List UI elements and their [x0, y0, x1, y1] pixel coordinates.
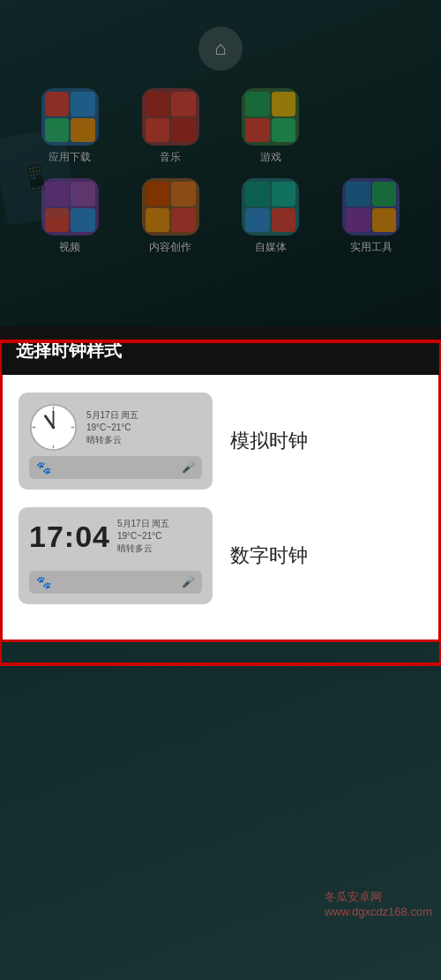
- dialog-title: 选择时钟样式: [16, 340, 122, 360]
- analog-weather: 晴转多云: [86, 434, 138, 446]
- dialog-body: 5月17日 周五 19°C~21°C 晴转多云 🐾 🎤 模拟时钟 17:04: [0, 375, 441, 642]
- digital-clock-preview: 17:04 5月17日 周五 19°C~21°C 晴转多云 🐾 🎤: [19, 507, 213, 604]
- paw-icon-2: 🐾: [36, 575, 51, 589]
- digital-time-display: 17:04: [29, 520, 110, 554]
- paw-icon: 🐾: [36, 460, 51, 475]
- analog-date: 5月17日 周五: [86, 409, 138, 422]
- mic-icon: 🎤: [182, 461, 195, 474]
- analog-clock-label: 模拟时钟: [230, 428, 308, 454]
- digital-clock-label: 数字时钟: [230, 542, 308, 569]
- digital-clock-option[interactable]: 17:04 5月17日 周五 19°C~21°C 晴转多云 🐾 🎤 数字时钟: [19, 507, 422, 604]
- digital-temp: 19°C~21°C: [117, 530, 169, 542]
- mic-icon-2: 🎤: [182, 576, 195, 588]
- analog-clock-preview: 5月17日 周五 19°C~21°C 晴转多云 🐾 🎤: [19, 393, 213, 490]
- analog-temp: 19°C~21°C: [86, 422, 138, 434]
- digital-date: 5月17日 周五: [117, 518, 169, 530]
- watermark: 冬瓜安卓网 www.dgxcdz168.com: [325, 889, 432, 918]
- analog-clock-face: [29, 403, 78, 452]
- watermark-text: 冬瓜安卓网: [325, 889, 432, 905]
- analog-clock-option[interactable]: 5月17日 周五 19°C~21°C 晴转多云 🐾 🎤 模拟时钟: [19, 393, 422, 490]
- dialog-title-bar: 选择时钟样式: [0, 326, 441, 375]
- digital-weather: 晴转多云: [117, 542, 169, 555]
- clock-style-dialog: 选择时钟样式: [0, 326, 441, 642]
- watermark-url: www.dgxcdz168.com: [325, 905, 432, 918]
